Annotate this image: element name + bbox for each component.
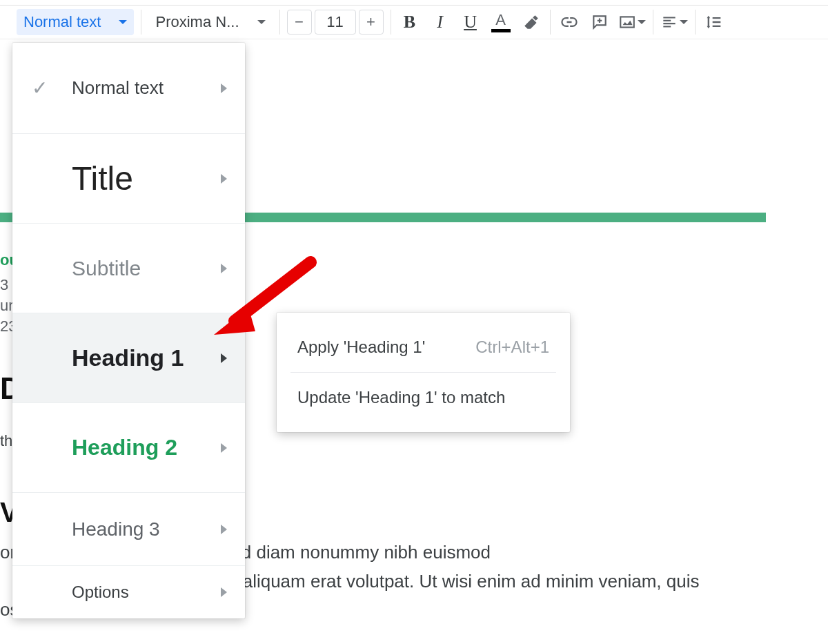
submenu-label: Apply 'Heading 1' — [297, 338, 425, 357]
submenu-separator — [290, 372, 556, 373]
submenu-arrow-icon — [221, 264, 227, 273]
submenu-arrow-icon — [221, 174, 227, 184]
font-size-group: − 11 + — [287, 10, 384, 35]
submenu-arrow-icon — [221, 525, 227, 534]
font-size-increase-button[interactable]: + — [359, 10, 384, 35]
dropdown-triangle-icon — [257, 20, 266, 24]
paragraph-style-label: Normal text — [23, 13, 101, 31]
style-option-label: Title — [72, 159, 221, 197]
submenu-arrow-icon — [221, 587, 227, 597]
font-size-input[interactable]: 11 — [315, 10, 356, 35]
toolbar-separator — [695, 10, 696, 35]
submenu-arrow-icon — [221, 84, 227, 93]
style-option-label: Normal text — [72, 77, 221, 99]
style-option-title[interactable]: Title — [12, 134, 245, 224]
keyboard-shortcut: Ctrl+Alt+1 — [475, 338, 549, 357]
paragraph-styles-menu: ✓ Normal text Title Subtitle Heading 1 H… — [12, 43, 245, 618]
paragraph-style-dropdown[interactable]: Normal text — [17, 9, 134, 35]
toolbar-separator — [279, 10, 280, 35]
dropdown-triangle-icon — [638, 20, 646, 24]
submenu-label: Update 'Heading 1' to match — [297, 388, 505, 407]
font-size-decrease-button[interactable]: − — [287, 10, 312, 35]
toolbar-separator — [653, 10, 653, 35]
toolbar-separator — [550, 10, 551, 35]
apply-heading-1[interactable]: Apply 'Heading 1' Ctrl+Alt+1 — [277, 325, 570, 369]
line-spacing-icon — [704, 12, 724, 32]
toolbar-separator — [391, 10, 391, 35]
text-color-letter: A — [495, 12, 506, 28]
toolbar-separator — [141, 10, 141, 35]
highlighter-icon — [522, 13, 540, 31]
insert-image-button[interactable] — [618, 13, 646, 31]
comment-plus-icon — [591, 13, 609, 31]
style-option-heading-2[interactable]: Heading 2 — [12, 403, 245, 493]
italic-button[interactable]: I — [428, 10, 452, 34]
dropdown-triangle-icon — [119, 20, 127, 24]
font-family-label: Proxima N... — [155, 13, 239, 31]
font-family-dropdown[interactable]: Proxima N... — [148, 9, 272, 35]
dropdown-triangle-icon — [680, 20, 688, 24]
align-button[interactable] — [660, 13, 688, 31]
heading-1-submenu: Apply 'Heading 1' Ctrl+Alt+1 Update 'Hea… — [277, 313, 570, 432]
text-color-swatch — [491, 29, 511, 32]
text-color-button[interactable]: A — [489, 10, 513, 34]
style-option-options[interactable]: Options — [12, 566, 245, 618]
toolbar: Normal text Proxima N... − 11 + B I U A — [0, 5, 828, 39]
line-spacing-button[interactable] — [702, 10, 726, 34]
highlight-button[interactable] — [520, 10, 543, 34]
style-option-label: Heading 2 — [72, 435, 221, 460]
doc-text-fragment: th — [0, 432, 12, 450]
underline-button[interactable]: U — [459, 10, 482, 34]
style-option-label: Options — [72, 583, 221, 602]
style-option-label: Heading 3 — [72, 518, 221, 540]
doc-text-fragment: 3 — [0, 276, 8, 294]
svg-rect-0 — [620, 17, 634, 27]
style-option-subtitle[interactable]: Subtitle — [12, 224, 245, 313]
style-option-heading-1[interactable]: Heading 1 — [12, 313, 245, 403]
submenu-arrow-icon — [221, 353, 227, 363]
style-option-label: Subtitle — [72, 257, 221, 280]
style-option-label: Heading 1 — [72, 344, 221, 371]
submenu-arrow-icon — [221, 443, 227, 453]
image-icon — [618, 13, 636, 31]
add-comment-button[interactable] — [588, 10, 611, 34]
style-option-heading-3[interactable]: Heading 3 — [12, 493, 245, 566]
bold-button[interactable]: B — [398, 10, 422, 34]
doc-text-fragment: ur — [0, 297, 14, 315]
align-left-icon — [660, 13, 678, 31]
style-option-normal-text[interactable]: ✓ Normal text — [12, 43, 245, 134]
insert-link-button[interactable] — [558, 10, 581, 34]
doc-body-line: a aliquam erat volutpat. Ut wisi enim ad… — [228, 567, 745, 596]
link-icon — [560, 12, 579, 32]
checkmark-icon: ✓ — [32, 77, 48, 99]
update-heading-1-to-match[interactable]: Update 'Heading 1' to match — [277, 375, 570, 420]
